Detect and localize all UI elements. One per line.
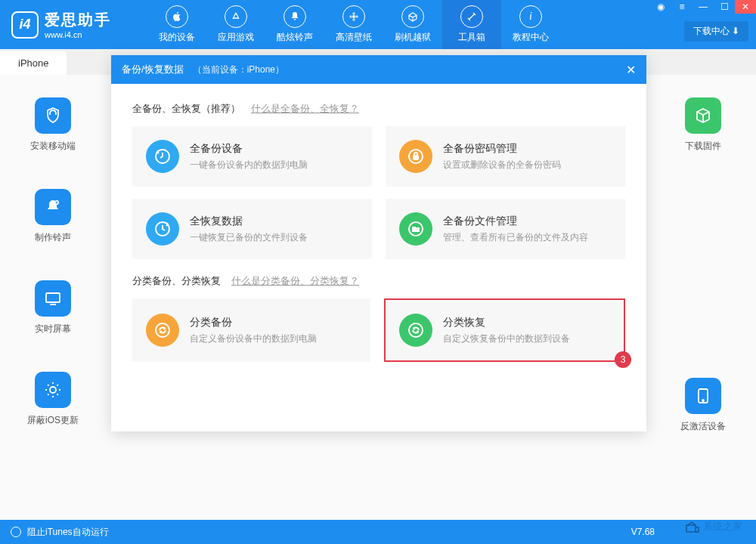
- card-desc: 管理、查看所有已备份的文件及内容: [443, 231, 588, 244]
- version-label: V7.68: [631, 527, 655, 537]
- card-backup-password-management[interactable]: 全备份密码管理 设置或删除设备的全备份密码: [386, 126, 625, 187]
- shirt-icon[interactable]: ◉: [650, 0, 671, 14]
- card-title: 分类恢复: [443, 316, 570, 329]
- gear-icon: [35, 372, 71, 408]
- svg-point-4: [355, 15, 358, 18]
- card-desc: 一键备份设备内的数据到电脑: [190, 159, 308, 172]
- main-nav: 我的设备 应用游戏 酷炫铃声 高清壁纸 刷机越狱 工具箱 i 教程中心: [147, 0, 560, 49]
- nav-label: 高清壁纸: [336, 31, 372, 44]
- sidebar-label: 制作铃声: [35, 231, 71, 244]
- tab-iphone[interactable]: iPhone: [0, 51, 67, 75]
- card-desc: 自定义恢复备份中的数据到设备: [443, 332, 570, 345]
- app-header: i4 爱思助手 www.i4.cn 我的设备 应用游戏 酷炫铃声 高清壁纸 刷机…: [0, 0, 756, 49]
- sidebar-item-deactivate-device[interactable]: 反激活设备: [680, 378, 726, 433]
- card-full-backup-device[interactable]: 全备份设备 一键备份设备内的数据到电脑: [132, 126, 372, 187]
- sidebar-left: 安装移动端 制作铃声 实时屏幕 屏蔽iOS更新: [11, 97, 94, 427]
- nav-label: 工具箱: [458, 31, 485, 44]
- card-category-restore[interactable]: 分类恢复 自定义恢复备份中的数据到设备 3: [384, 298, 625, 362]
- nav-tutorials[interactable]: i 教程中心: [501, 0, 560, 49]
- maximize-button[interactable]: ☐: [714, 0, 735, 14]
- nav-label: 酷炫铃声: [277, 31, 313, 44]
- nav-toolbox[interactable]: 工具箱: [442, 0, 501, 49]
- sidebar-label: 安装移动端: [30, 140, 76, 153]
- watermark: 系统之家: [685, 520, 742, 533]
- nav-ringtones[interactable]: 酷炫铃声: [265, 0, 324, 49]
- svg-rect-12: [414, 156, 418, 159]
- sidebar-label: 反激活设备: [680, 420, 726, 433]
- bell-plus-icon: [35, 189, 71, 225]
- card-title: 分类备份: [190, 316, 317, 329]
- modal-header: 备份/恢复数据 （当前设备：iPhone） ✕: [111, 55, 646, 84]
- nav-flash-jailbreak[interactable]: 刷机越狱: [383, 0, 442, 49]
- watermark-text: 系统之家: [703, 520, 742, 533]
- lock-icon: [399, 140, 432, 173]
- logo-icon: i4: [11, 11, 39, 39]
- app-url: www.i4.cn: [45, 30, 111, 39]
- svg-point-1: [352, 12, 355, 15]
- sync-in-icon: [399, 314, 432, 347]
- section-title: 分类备份、分类恢复: [132, 274, 221, 288]
- sidebar-item-download-firmware[interactable]: 下载固件: [685, 97, 721, 153]
- nav-wallpapers[interactable]: 高清壁纸: [324, 0, 383, 49]
- appstore-icon: [225, 5, 247, 28]
- svg-point-9: [702, 400, 704, 401]
- svg-point-7: [50, 387, 56, 393]
- status-indicator-icon: [11, 527, 21, 537]
- shield-icon: [35, 97, 71, 134]
- sidebar-label: 下载固件: [685, 140, 721, 153]
- card-desc: 自定义备份设备中的数据到电脑: [190, 332, 317, 345]
- logo-text: 爱思助手 www.i4.cn: [45, 10, 111, 39]
- close-button[interactable]: ✕: [735, 0, 756, 14]
- menu-icon[interactable]: ≡: [671, 0, 692, 14]
- nav-my-device[interactable]: 我的设备: [147, 0, 206, 49]
- svg-point-16: [409, 323, 423, 337]
- info-icon: i: [519, 5, 542, 28]
- card-title: 全备份文件管理: [443, 215, 588, 228]
- section-full-backup-header: 全备份、全恢复（推荐） 什么是全备份、全恢复？: [132, 102, 625, 116]
- section-title: 全备份、全恢复（推荐）: [132, 102, 240, 116]
- minimize-button[interactable]: —: [692, 0, 714, 14]
- sidebar-label: 实时屏幕: [35, 323, 71, 335]
- svg-point-15: [156, 323, 169, 337]
- sidebar-item-install-mobile[interactable]: 安装移动端: [30, 97, 76, 153]
- cube-icon: [685, 97, 721, 134]
- svg-point-3: [349, 15, 352, 18]
- help-link-category[interactable]: 什么是分类备份、分类恢复？: [231, 274, 359, 288]
- nav-label: 应用游戏: [218, 31, 254, 44]
- highlight-badge: 3: [615, 351, 631, 368]
- logo-area: i4 爱思助手 www.i4.cn: [0, 10, 147, 39]
- section-category-backup-header: 分类备份、分类恢复 什么是分类备份、分类恢复？: [132, 274, 625, 288]
- nav-apps-games[interactable]: 应用游戏: [206, 0, 265, 49]
- svg-point-0: [352, 15, 355, 18]
- nav-label: 刷机越狱: [395, 31, 431, 44]
- sync-out-icon: [146, 314, 179, 347]
- card-desc: 设置或删除设备的全备份密码: [443, 159, 561, 172]
- modal-close-button[interactable]: ✕: [626, 63, 636, 77]
- monitor-icon: [35, 280, 71, 317]
- sidebar-item-block-ios-update[interactable]: 屏蔽iOS更新: [27, 372, 79, 427]
- card-desc: 一键恢复已备份的文件到设备: [190, 231, 308, 244]
- card-category-backup[interactable]: 分类备份 自定义备份设备中的数据到电脑: [132, 298, 370, 362]
- download-center-button[interactable]: 下载中心 ⬇: [684, 21, 748, 42]
- modal-subtitle: （当前设备：iPhone）: [193, 63, 284, 76]
- itunes-block-toggle[interactable]: 阻止iTunes自动运行: [27, 526, 109, 539]
- sidebar-label: 屏蔽iOS更新: [27, 414, 79, 427]
- tools-icon: [460, 5, 483, 28]
- flower-icon: [342, 5, 365, 28]
- help-link-full[interactable]: 什么是全备份、全恢复？: [251, 102, 359, 116]
- svg-rect-6: [46, 293, 60, 302]
- card-full-restore-data[interactable]: 全恢复数据 一键恢复已备份的文件到设备: [132, 199, 372, 259]
- nav-label: 我的设备: [159, 31, 195, 44]
- apple-icon: [166, 5, 188, 28]
- window-controls: ◉ ≡ — ☐ ✕: [650, 0, 756, 14]
- sidebar-right: 下载固件 反激活设备: [662, 97, 745, 433]
- sidebar-item-make-ringtone[interactable]: 制作铃声: [35, 189, 71, 244]
- sidebar-item-realtime-screen[interactable]: 实时屏幕: [35, 280, 71, 335]
- tablet-icon: [685, 378, 721, 414]
- backup-icon: [146, 140, 179, 173]
- card-backup-file-management[interactable]: 全备份文件管理 管理、查看所有已备份的文件及内容: [386, 199, 625, 259]
- svg-point-2: [352, 18, 355, 21]
- box-icon: [401, 5, 424, 28]
- nav-label: 教程中心: [513, 31, 549, 44]
- restore-icon: [146, 212, 179, 246]
